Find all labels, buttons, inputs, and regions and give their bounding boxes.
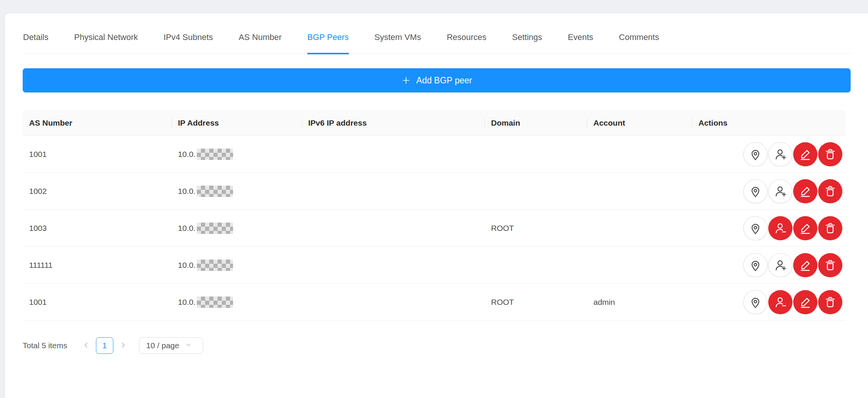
tab-details[interactable]: Details xyxy=(23,26,49,54)
delete-button[interactable] xyxy=(818,290,842,314)
location-pin-icon xyxy=(749,295,762,309)
tab-events[interactable]: Events xyxy=(567,26,593,54)
trash-icon xyxy=(823,258,837,272)
page-1-button[interactable]: 1 xyxy=(96,337,113,354)
page-size-select[interactable]: 10 / page xyxy=(139,337,203,354)
table-row: 1001 10.0. xyxy=(23,136,845,173)
pagination: Total 5 items 1 10 / page xyxy=(23,337,851,354)
cell-ip-address: 10.0. xyxy=(171,149,302,160)
redacted-ip xyxy=(197,297,233,308)
cell-ip-address: 10.0. xyxy=(171,186,302,197)
next-page-button[interactable] xyxy=(116,337,131,354)
redacted-ip xyxy=(197,149,233,160)
tab-ipv4-subnets[interactable]: IPv4 Subnets xyxy=(163,26,213,54)
cell-as-number: 1001 xyxy=(23,298,171,307)
user-account-icon xyxy=(774,295,787,309)
chevron-right-icon xyxy=(119,341,127,350)
location-pin-button[interactable] xyxy=(743,216,768,240)
table-header-row: AS Number IP Address IPv6 IP address Dom… xyxy=(23,110,845,136)
bgp-peers-table: AS Number IP Address IPv6 IP address Dom… xyxy=(23,110,845,321)
tab-system-vms[interactable]: System VMs xyxy=(374,26,421,54)
content-card: Details Physical Network IPv4 Subnets AS… xyxy=(5,14,868,398)
location-pin-button[interactable] xyxy=(743,142,768,166)
cell-actions xyxy=(692,142,845,166)
column-header-account: Account xyxy=(587,110,692,135)
cell-actions xyxy=(692,253,845,277)
edit-pencil-icon xyxy=(798,148,812,161)
plus-icon xyxy=(401,75,411,85)
table-row: 1002 10.0. xyxy=(23,173,845,210)
chevron-left-icon xyxy=(82,341,90,350)
column-header-as-number: AS Number xyxy=(23,110,171,135)
trash-icon xyxy=(823,221,837,235)
column-header-ip-address: IP Address xyxy=(171,110,302,135)
location-pin-button[interactable] xyxy=(743,253,768,277)
chevron-down-icon xyxy=(185,341,192,350)
cell-as-number: 111111 xyxy=(23,261,171,270)
edit-pencil-icon xyxy=(798,221,812,235)
user-account-button[interactable] xyxy=(768,253,792,277)
user-account-icon xyxy=(774,184,787,198)
cell-as-number: 1002 xyxy=(23,187,171,196)
cell-domain: ROOT xyxy=(485,224,587,233)
redacted-ip xyxy=(197,223,233,234)
cell-actions xyxy=(692,216,845,240)
edit-button[interactable] xyxy=(793,179,817,203)
location-pin-icon xyxy=(749,148,762,161)
cell-as-number: 1003 xyxy=(23,224,171,233)
add-bgp-peer-label: Add BGP peer xyxy=(416,75,472,86)
cell-as-number: 1001 xyxy=(23,150,171,159)
location-pin-icon xyxy=(749,184,762,198)
edit-button[interactable] xyxy=(793,142,817,166)
delete-button[interactable] xyxy=(818,216,842,240)
table-row: 111111 10.0. xyxy=(23,247,845,284)
tab-resources[interactable]: Resources xyxy=(446,26,487,54)
prev-page-button[interactable] xyxy=(79,337,94,354)
tab-comments[interactable]: Comments xyxy=(619,26,659,54)
redacted-ip xyxy=(197,260,233,271)
user-account-icon xyxy=(774,221,787,235)
trash-icon xyxy=(823,295,837,309)
cell-domain: ROOT xyxy=(485,298,587,307)
column-header-ipv6-address: IPv6 IP address xyxy=(302,110,485,135)
edit-pencil-icon xyxy=(798,258,812,272)
cell-ip-address: 10.0. xyxy=(171,260,302,271)
cell-actions xyxy=(692,290,845,314)
tab-settings[interactable]: Settings xyxy=(512,26,543,54)
user-account-icon xyxy=(774,258,787,272)
column-header-actions: Actions xyxy=(692,110,845,135)
user-account-button[interactable] xyxy=(768,142,792,166)
location-pin-icon xyxy=(749,258,762,272)
tab-bar: Details Physical Network IPv4 Subnets AS… xyxy=(23,26,851,54)
redacted-ip xyxy=(197,186,233,197)
delete-button[interactable] xyxy=(818,179,842,203)
user-account-button[interactable] xyxy=(768,216,792,240)
edit-button[interactable] xyxy=(793,253,817,277)
location-pin-button[interactable] xyxy=(743,290,768,314)
trash-icon xyxy=(823,184,837,198)
cell-ip-address: 10.0. xyxy=(171,297,302,308)
add-bgp-peer-button[interactable]: Add BGP peer xyxy=(23,68,851,92)
table-row: 1003 10.0. ROOT xyxy=(23,210,845,247)
edit-pencil-icon xyxy=(798,295,812,309)
total-items-label: Total 5 items xyxy=(23,341,67,350)
cell-account: admin xyxy=(587,298,692,307)
page-background: Details Physical Network IPv4 Subnets AS… xyxy=(0,0,868,398)
trash-icon xyxy=(823,148,837,161)
page-size-value: 10 / page xyxy=(146,341,179,350)
edit-pencil-icon xyxy=(798,184,812,198)
delete-button[interactable] xyxy=(818,142,842,166)
edit-button[interactable] xyxy=(793,290,817,314)
location-pin-button[interactable] xyxy=(743,179,768,203)
cell-actions xyxy=(692,179,845,203)
user-account-icon xyxy=(774,148,787,161)
delete-button[interactable] xyxy=(818,253,842,277)
cell-ip-address: 10.0. xyxy=(171,223,302,234)
user-account-button[interactable] xyxy=(768,290,792,314)
tab-as-number[interactable]: AS Number xyxy=(238,26,282,54)
user-account-button[interactable] xyxy=(768,179,792,203)
location-pin-icon xyxy=(749,221,762,235)
tab-physical-network[interactable]: Physical Network xyxy=(74,26,138,54)
tab-bgp-peers[interactable]: BGP Peers xyxy=(307,26,349,54)
edit-button[interactable] xyxy=(793,216,817,240)
